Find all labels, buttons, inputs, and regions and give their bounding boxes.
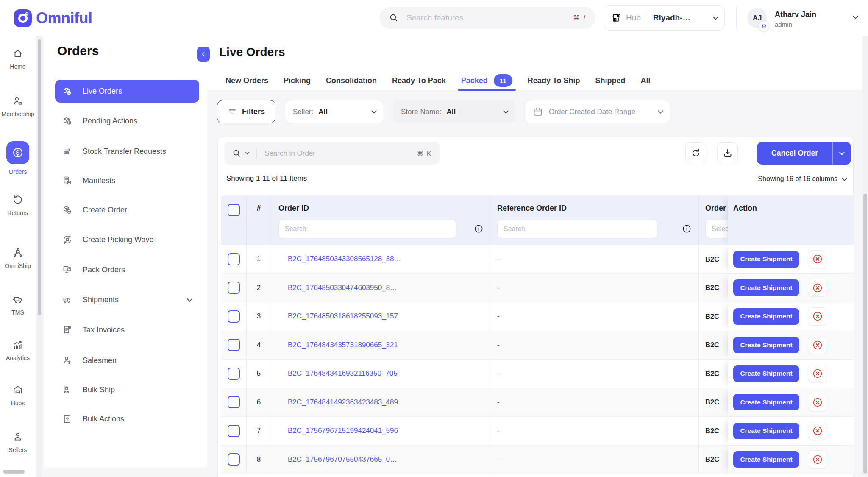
table-row: 3 B2C_1764850318618255093_157 - B2C Crea…	[221, 302, 854, 331]
sidebar-item-stock-transfer-requests[interactable]: Stock Transfer Requests	[55, 140, 199, 163]
refresh-button[interactable]	[685, 142, 706, 163]
download-button[interactable]	[717, 142, 738, 163]
rail-item-analytics[interactable]: Analytics	[0, 339, 36, 361]
sidebar-item-manifests[interactable]: Manifests	[55, 169, 199, 192]
page-scrollbar[interactable]	[862, 36, 868, 477]
cancel-row-button[interactable]	[808, 450, 827, 469]
sidebar-item-create-order[interactable]: Create Order	[55, 198, 199, 221]
cancel-row-button[interactable]	[808, 250, 827, 268]
tab-ready-to-ship[interactable]: Ready To Ship	[528, 71, 580, 90]
header-checkbox-cell	[221, 195, 247, 245]
sidebar-item-salesmen[interactable]: Salesmen	[55, 349, 199, 372]
rail-item-returns[interactable]: Returns	[0, 194, 36, 216]
rail-item-tms[interactable]: TMS	[0, 294, 36, 316]
order-id-link[interactable]: B2C_1764850330474603950_8…	[288, 284, 397, 292]
global-search-input[interactable]	[406, 13, 573, 23]
order-id-search-input[interactable]	[278, 220, 456, 238]
rail-item-sellers[interactable]: Sellers	[0, 431, 36, 453]
tab-consolidation[interactable]: Consolidation	[326, 71, 377, 90]
rail-item-hubs[interactable]: Hubs	[0, 385, 36, 407]
page-scrollbar-thumb[interactable]	[863, 194, 867, 474]
row-checkbox[interactable]	[228, 282, 240, 294]
global-search[interactable]: ⌘ /	[379, 7, 595, 29]
seller-dropdown[interactable]: Seller: All	[285, 100, 384, 123]
order-id-link[interactable]: B2C_1764841492363423483_489	[288, 398, 398, 407]
search-scope-chevron-icon[interactable]	[245, 151, 250, 155]
tab-ready-to-pack[interactable]: Ready To Pack	[392, 71, 446, 90]
sidebar-item-shipments[interactable]: Shipments	[55, 288, 199, 311]
sidebar-item-tax-invoices[interactable]: Tax Invoices	[55, 318, 199, 341]
rail-item-home[interactable]: Home	[0, 48, 36, 70]
sidebar-item-live-orders[interactable]: Live Orders	[55, 80, 199, 103]
create-shipment-button[interactable]: Create Shipment	[733, 279, 799, 296]
order-type-select[interactable]	[705, 220, 728, 238]
order-search-input[interactable]	[264, 149, 417, 158]
reference-search-input[interactable]	[497, 220, 657, 238]
sidebar-item-pack-orders[interactable]: Pack Orders	[55, 258, 199, 281]
shipments-icon	[62, 295, 72, 305]
create-shipment-button[interactable]: Create Shipment	[733, 337, 799, 353]
rail-item-omniship[interactable]: OmniShip	[0, 247, 36, 269]
sidebar-item-bulk-ship[interactable]: Bulk Ship	[55, 378, 199, 401]
cancel-order-dropdown-button[interactable]	[832, 142, 851, 165]
create-shipment-button[interactable]: Create Shipment	[733, 423, 799, 439]
row-checkbox[interactable]	[228, 339, 240, 351]
order-id-link[interactable]: B2C_1764850318618255093_157	[288, 312, 398, 321]
cancel-order-button[interactable]: Cancel Order	[757, 142, 832, 165]
cancel-row-button[interactable]	[808, 393, 827, 411]
cancel-row-button[interactable]	[808, 279, 827, 297]
info-icon[interactable]	[682, 224, 692, 234]
tab-all[interactable]: All	[641, 71, 651, 90]
rail-scrollbar-thumb[interactable]	[38, 39, 41, 315]
create-shipment-button[interactable]: Create Shipment	[733, 365, 799, 382]
hub-selector[interactable]: Hub Riyadh-…	[604, 5, 725, 31]
order-search[interactable]: ⌘ K	[224, 142, 440, 165]
date-range-picker[interactable]: Order Created Date Range	[525, 100, 670, 123]
row-checkbox[interactable]	[228, 368, 240, 380]
columns-info[interactable]: Showing 16 of 16 columns	[758, 175, 846, 183]
settings-gear-icon[interactable]: ⚙	[759, 21, 769, 31]
omniship-icon	[12, 247, 23, 258]
sidebar-item-create-picking-wave[interactable]: Create Picking Wave	[55, 228, 199, 251]
cancel-row-button[interactable]	[808, 422, 827, 440]
tab-new-orders[interactable]: New Orders	[225, 71, 268, 90]
order-id-link[interactable]: B2C_1756796715199424041_596	[288, 427, 398, 435]
select-all-checkbox[interactable]	[228, 204, 240, 216]
warehouse-icon	[12, 385, 23, 396]
returns-icon	[12, 194, 23, 205]
divider	[736, 7, 737, 29]
sidebar-item-bulk-actions[interactable]: Bulk Actions	[55, 407, 199, 430]
order-id-link[interactable]: B2C_1764843416932116350_705	[288, 369, 398, 378]
tab-shipped[interactable]: Shipped	[595, 71, 626, 90]
tab-picking[interactable]: Picking	[284, 71, 311, 90]
cancel-row-button[interactable]	[808, 365, 827, 383]
create-shipment-button[interactable]: Create Shipment	[733, 394, 799, 410]
cancel-row-button[interactable]	[808, 336, 827, 354]
order-id-link[interactable]: B2C_1756796707550437665_0…	[288, 455, 397, 464]
cancel-row-button[interactable]	[808, 307, 827, 326]
rail-item-orders[interactable]: Orders	[0, 141, 36, 175]
store-name-dropdown[interactable]: Store Name: All	[393, 100, 515, 123]
sidebar-collapse-button[interactable]	[197, 47, 210, 62]
user-menu-chevron-icon[interactable]	[853, 14, 858, 19]
table-row: 2 B2C_1764850330474603950_8… - B2C Creat…	[221, 274, 854, 303]
filters-button[interactable]: Filters	[217, 100, 275, 123]
order-id-link[interactable]: B2C_1764850343308565128_38…	[288, 255, 401, 263]
horizontal-scrollbar-thumb[interactable]	[3, 470, 25, 474]
row-checkbox[interactable]	[228, 396, 240, 408]
row-checkbox[interactable]	[228, 453, 240, 466]
rail-scrollbar[interactable]	[37, 36, 42, 477]
brand-logo[interactable]: Omniful	[14, 9, 92, 27]
rail-item-membership[interactable]: Membership	[0, 95, 36, 117]
cancel-circle-icon	[812, 368, 823, 379]
tab-packed[interactable]: Packed11	[461, 71, 512, 90]
row-checkbox[interactable]	[228, 253, 240, 265]
sidebar-item-pending-actions[interactable]: Pending Actions	[55, 109, 199, 132]
info-icon[interactable]	[474, 224, 484, 234]
create-shipment-button[interactable]: Create Shipment	[733, 308, 799, 325]
row-checkbox[interactable]	[228, 425, 240, 437]
row-checkbox[interactable]	[228, 310, 240, 323]
create-shipment-button[interactable]: Create Shipment	[733, 451, 799, 468]
order-id-link[interactable]: B2C_1764843435731890665_321	[288, 341, 398, 349]
create-shipment-button[interactable]: Create Shipment	[733, 251, 799, 268]
